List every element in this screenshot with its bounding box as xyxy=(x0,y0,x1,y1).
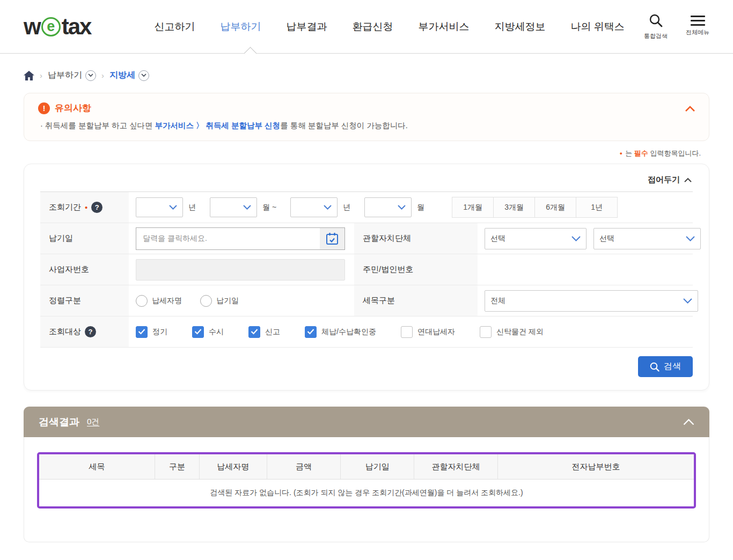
form-collapse-label: 접어두기 xyxy=(648,175,680,185)
col-amount: 금액 xyxy=(267,454,341,479)
radio-taxpayer-name[interactable]: 납세자명 xyxy=(136,295,182,307)
checkbox-joint-taxpayer[interactable]: 연대납세자 xyxy=(401,326,455,338)
district-controls: 선택 선택 xyxy=(478,223,701,254)
sort-label-cell: 정렬구분 xyxy=(40,285,129,316)
period-1month-button[interactable]: 1개월 xyxy=(452,197,494,218)
taxitem-select[interactable]: 전체 xyxy=(485,290,698,312)
results-table-header: 세목 구분 납세자명 금액 납기일 관할자치단체 전자납부번호 xyxy=(39,454,694,480)
chevron-down-icon xyxy=(686,236,695,241)
breadcrumb-label: 지방세 xyxy=(109,70,135,81)
results-section: 검색결과 0건 세목 구분 납세자명 금액 납기일 관할자치단체 전자납부번호 … xyxy=(0,407,733,542)
exclamation-icon: ! xyxy=(38,102,50,114)
notice-header: ! 유의사항 xyxy=(38,102,695,114)
results-count[interactable]: 0건 xyxy=(87,417,99,427)
col-category: 구분 xyxy=(155,454,200,479)
required-dot: • xyxy=(620,149,622,157)
period-label-cell: 조회기간 • ? xyxy=(40,192,129,223)
duedate-label: 납기일 xyxy=(49,233,73,244)
breadcrumb-label: 납부하기 xyxy=(48,70,82,81)
breadcrumb-item-pay[interactable]: 납부하기 xyxy=(48,70,96,81)
period-1year-button[interactable]: 1년 xyxy=(576,197,618,218)
chevron-down-circle-icon[interactable] xyxy=(138,70,149,81)
duedate-label-cell: 납기일 xyxy=(40,223,129,254)
chevron-down-icon xyxy=(324,205,332,210)
nav-item-pay[interactable]: 납부하기 xyxy=(220,20,261,34)
radio-icon xyxy=(136,295,148,307)
checkbox-arrears[interactable]: 체납/수납확인중 xyxy=(305,326,376,338)
form-collapse-button[interactable]: 접어두기 xyxy=(40,174,693,191)
chevron-up-icon xyxy=(684,178,692,182)
logo-text: tax xyxy=(62,14,91,40)
notice-collapse-icon[interactable] xyxy=(685,104,695,114)
resident-number-label: 주민/법인번호 xyxy=(363,264,413,275)
due-date-placeholder: 달력을 클릭하세요. xyxy=(136,234,207,244)
checkbox-exclude-trust[interactable]: 신탁물건 제외 xyxy=(480,326,544,338)
nav-item-payment-result[interactable]: 납부결과 xyxy=(286,20,327,34)
business-number-control xyxy=(129,254,354,285)
taxitem-select-value: 전체 xyxy=(490,296,505,306)
year-suffix: 년 xyxy=(343,203,350,212)
end-year-select[interactable] xyxy=(290,197,338,217)
month-suffix: 월 xyxy=(417,203,424,212)
logo[interactable]: wetax xyxy=(24,14,91,40)
search-button[interactable]: 검색 xyxy=(638,356,693,377)
sort-controls: 납세자명 납기일 xyxy=(129,285,354,316)
nav-item-my-wetax[interactable]: 나의 위택스 xyxy=(570,20,624,34)
end-month-select[interactable] xyxy=(364,197,412,217)
district-select-2-value: 선택 xyxy=(599,234,614,244)
breadcrumb-separator: › xyxy=(101,71,104,80)
checkbox-exclude-trust-label: 신탁물건 제외 xyxy=(496,327,544,337)
help-icon[interactable]: ? xyxy=(91,202,102,213)
required-dot: • xyxy=(85,203,87,211)
district-select-1-value: 선택 xyxy=(490,234,505,244)
nav-item-report[interactable]: 신고하기 xyxy=(154,20,195,34)
logo-e-icon: e xyxy=(41,17,61,36)
home-icon[interactable] xyxy=(24,71,34,80)
required-note-emphasis: 필수 xyxy=(634,149,648,157)
year-suffix: 년 xyxy=(188,203,196,212)
chevron-down-icon xyxy=(398,205,406,210)
results-title: 검색결과 xyxy=(39,415,79,429)
district-select-2[interactable]: 선택 xyxy=(593,228,701,249)
global-search-label: 통합검색 xyxy=(644,32,668,40)
help-icon[interactable]: ? xyxy=(85,326,96,337)
radio-due-date-label: 납기일 xyxy=(216,296,239,306)
nav-item-extra-services[interactable]: 부가서비스 xyxy=(418,20,469,34)
col-epayment-number: 전자납부번호 xyxy=(498,454,694,479)
header-utils: 통합검색 전체메뉴 xyxy=(644,13,709,40)
nav-item-refund[interactable]: 환급신청 xyxy=(352,20,393,34)
page: wetax 신고하기 납부하기 납부결과 환급신청 부가서비스 지방세정보 나의… xyxy=(0,0,733,560)
due-date-input[interactable]: 달력을 클릭하세요. xyxy=(136,227,345,250)
chevron-down-circle-icon[interactable] xyxy=(85,70,96,81)
checkbox-icon xyxy=(305,326,317,338)
col-tax-item: 세목 xyxy=(39,454,155,479)
radio-due-date[interactable]: 납기일 xyxy=(200,295,239,307)
results-collapse-icon[interactable] xyxy=(683,419,694,425)
checkbox-arrears-label: 체납/수납확인중 xyxy=(321,327,376,337)
checkbox-reported[interactable]: 신고 xyxy=(248,326,280,338)
checkbox-occasional[interactable]: 수시 xyxy=(192,326,224,338)
start-year-select[interactable] xyxy=(136,197,183,217)
calendar-icon[interactable] xyxy=(320,228,344,249)
business-number-input xyxy=(136,259,345,281)
col-district: 관할자치단체 xyxy=(414,454,498,479)
month-tilde-suffix: 월 ~ xyxy=(262,203,276,212)
checkbox-regular[interactable]: 정기 xyxy=(136,326,167,338)
global-search-button[interactable]: 통합검색 xyxy=(644,13,668,40)
district-select-1[interactable]: 선택 xyxy=(485,228,587,249)
search-button-label: 검색 xyxy=(664,361,681,372)
col-due-date: 납기일 xyxy=(341,454,414,479)
start-month-select[interactable] xyxy=(210,197,257,217)
business-number-label: 사업자번호 xyxy=(49,264,89,275)
quick-period-group: 1개월 3개월 6개월 1년 xyxy=(452,197,618,218)
notice-link[interactable]: 부가서비스 〉 취득세 분할납부 신청 xyxy=(155,121,281,130)
form-row-target: 조회대상 ? 정기 수시 신고 xyxy=(40,316,693,348)
resident-number-control xyxy=(478,254,693,285)
nav-item-localtax-info[interactable]: 지방세정보 xyxy=(494,20,545,34)
checkbox-icon xyxy=(136,326,148,338)
period-6month-button[interactable]: 6개월 xyxy=(534,197,576,218)
breadcrumb-item-localtax[interactable]: 지방세 xyxy=(109,70,149,81)
all-menu-button[interactable]: 전체메뉴 xyxy=(686,13,709,40)
period-3month-button[interactable]: 3개월 xyxy=(493,197,535,218)
form-row-period: 조회기간 • ? 년 월 ~ xyxy=(40,192,693,223)
